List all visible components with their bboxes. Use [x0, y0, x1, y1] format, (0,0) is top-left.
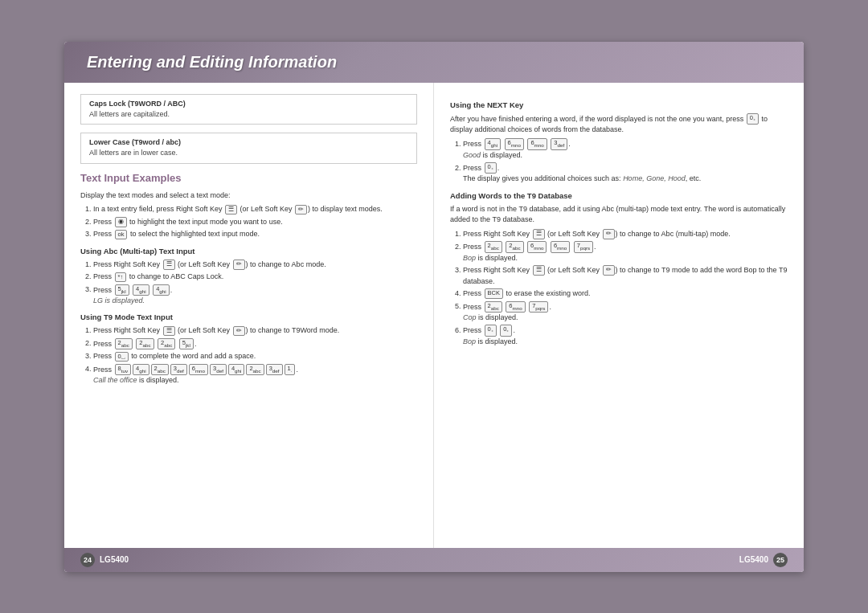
- k0: 0⁺: [485, 162, 497, 174]
- rsk4: ☰: [533, 265, 545, 276]
- k3b: 3def: [210, 364, 227, 375]
- step-item: Press Right Soft Key ☰ (or Left Soft Key…: [463, 265, 788, 287]
- k4: 4ghi: [133, 364, 149, 375]
- k2b: 2abc: [136, 338, 154, 349]
- choices-display: Home, Gone, Hood: [623, 174, 686, 182]
- key-5: 5jkl: [115, 284, 129, 296]
- k6e: 6mno: [551, 241, 570, 252]
- k2e: 2abc: [246, 364, 264, 375]
- step-item: Press ok to select the highlighted text …: [93, 229, 417, 240]
- step-item: Press 5jkl 4ghi 4ghi. LG is displayed.: [93, 284, 417, 307]
- next-key-btn: 0⁺: [747, 113, 759, 125]
- k6f: 6mno: [506, 301, 525, 313]
- k6b: 6mno: [505, 138, 524, 149]
- k6: 6mno: [189, 364, 208, 375]
- k5: 5jkl: [179, 338, 194, 349]
- back-key: BCK: [485, 288, 503, 299]
- k4c: 4ghi: [485, 138, 502, 149]
- lsk3: ✏: [603, 229, 615, 239]
- right-footer-text: LG5400: [739, 555, 768, 564]
- good-display: Good: [463, 151, 481, 159]
- t9-steps: Press Right Soft Key ☰ (or Left Soft Key…: [80, 325, 417, 386]
- adding-steps: Press Right Soft Key ☰ (or Left Soft Key…: [450, 229, 788, 347]
- text-input-section-title: Text Input Examples: [80, 172, 417, 184]
- k2f: 2abc: [485, 241, 502, 252]
- left-footer-text: LG5400: [100, 555, 129, 564]
- adding-words-title: Adding Words to the T9 Database: [450, 191, 788, 200]
- lsk2: ✏: [233, 326, 245, 337]
- space-key: 0⎵: [115, 352, 129, 362]
- step-item: Press 8tuv4ghi2abc3def6mno3def4ghi2abc3d…: [93, 364, 417, 386]
- k3c: 3def: [266, 364, 283, 375]
- key-star: *↑: [115, 272, 127, 283]
- footer-right: LG5400 25: [739, 553, 788, 567]
- k4b: 4ghi: [228, 364, 245, 375]
- ok-key: ok: [115, 230, 128, 240]
- call-office-display: Call the office: [93, 376, 137, 384]
- step-item: Press 2abc 2abc 2abc 5jkl.: [93, 338, 417, 349]
- k3d: 3def: [551, 138, 567, 149]
- display-text: Display the text modes and select a text…: [80, 190, 417, 202]
- lsk: ✏: [233, 260, 245, 270]
- left-page-number: 24: [80, 553, 95, 567]
- step-item: Press 2abc 2abc 6mno 6mno 7pqrs. Bop is …: [463, 241, 788, 264]
- step-item: Press Right Soft Key ☰ (or Left Soft Key…: [93, 260, 417, 271]
- page-header: Entering and Editing Information: [64, 42, 804, 83]
- rsk: ☰: [163, 260, 175, 270]
- nav-key: ◉: [115, 217, 127, 227]
- k1: 1·: [285, 364, 296, 375]
- key-4: 4ghi: [133, 284, 149, 296]
- k8: 8tuv: [115, 364, 132, 375]
- main-content: Caps Lock (T9WORD / ABC) All letters are…: [64, 83, 804, 548]
- step-item: Press Right Soft Key ☰ (or Left Soft Key…: [93, 325, 417, 337]
- k2g: 2abc: [506, 241, 523, 252]
- step-item: Press 0⎵ to complete the word and add a …: [93, 351, 417, 362]
- k2: 2abc: [115, 338, 133, 349]
- k7b: 7pqrs: [529, 301, 548, 313]
- k0c: 0⁺: [500, 325, 512, 336]
- right-page-number: 25: [773, 553, 788, 567]
- caps-lock-box: Caps Lock (T9WORD / ABC) All letters are…: [80, 94, 417, 125]
- t9-section-title: Using T9 Mode Text Input: [80, 313, 417, 321]
- step-item: Press 0⁺ 0⁺. Bop is displayed.: [463, 325, 788, 347]
- k7: 7pqrs: [574, 241, 593, 252]
- k3: 3def: [170, 364, 187, 375]
- lower-case-box: Lower Case (T9word / abc) All letters ar…: [80, 133, 417, 164]
- lower-case-desc: All letters are in lower case.: [89, 148, 408, 158]
- k2h: 2abc: [485, 301, 502, 313]
- k6c: 6mno: [527, 138, 547, 149]
- left-column: Caps Lock (T9WORD / ABC) All letters are…: [64, 83, 434, 548]
- lower-case-label: Lower Case (T9word / abc): [89, 138, 408, 146]
- page-title: Entering and Editing Information: [87, 53, 337, 72]
- step-item: Press BCK to erase the existing word.: [463, 288, 788, 300]
- footer-left: 24 LG5400: [80, 553, 129, 567]
- text-mode-steps: In a text entry field, press Right Soft …: [80, 204, 417, 240]
- lg-display: LG is displayed.: [93, 296, 145, 304]
- bop-display2: Bop: [463, 337, 476, 345]
- abc-steps: Press Right Soft Key ☰ (or Left Soft Key…: [80, 260, 417, 307]
- adding-words-desc: If a word is not in the T9 database, add…: [450, 204, 788, 226]
- left-soft-key: ✏: [295, 205, 307, 215]
- step-item: Press ◉ to highlight the text input mode…: [93, 217, 417, 228]
- k2d: 2abc: [151, 364, 169, 375]
- right-soft-key: ☰: [225, 205, 237, 215]
- step-item: Press 2abc 6mno 7pqrs. Cop is displayed.: [463, 301, 788, 324]
- rsk3: ☰: [533, 229, 545, 239]
- key-4b: 4ghi: [153, 284, 170, 296]
- right-column: Using the NEXT Key After you have finish…: [434, 83, 804, 548]
- next-key-desc: After you have finished entering a word,…: [450, 113, 788, 136]
- k6d: 6mno: [527, 241, 547, 252]
- k2c: 2abc: [158, 338, 175, 349]
- rsk2: ☰: [163, 326, 175, 337]
- next-key-title: Using the NEXT Key: [450, 100, 788, 109]
- cop-display: Cop: [463, 313, 477, 321]
- step-item: In a text entry field, press Right Soft …: [93, 204, 417, 215]
- k0b: 0⁺: [485, 325, 497, 336]
- step-item: Press 4ghi 6mno 6mno 3def. Good is displ…: [463, 138, 788, 161]
- step-item: Press Right Soft Key ☰ (or Left Soft Key…: [463, 229, 788, 240]
- step-item: Press *↑ to change to ABC Caps Lock.: [93, 272, 417, 283]
- caps-lock-label: Caps Lock (T9WORD / ABC): [89, 100, 408, 108]
- page-footer: 24 LG5400 LG5400 25: [64, 548, 804, 572]
- page-container: Entering and Editing Information Caps Lo…: [64, 42, 804, 572]
- step-item: Press 0⁺. The display gives you addition…: [463, 162, 788, 185]
